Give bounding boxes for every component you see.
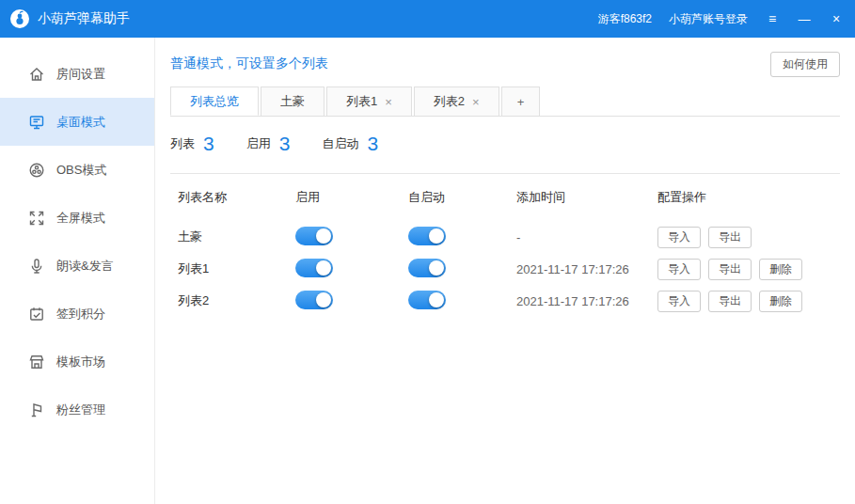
export-button[interactable]: 导出 — [708, 291, 752, 312]
app-title: 小葫芦弹幕助手 — [38, 10, 130, 27]
obs-icon — [28, 162, 45, 179]
tab-label: 列表1 — [346, 93, 377, 110]
close-icon[interactable]: × — [472, 95, 480, 109]
stat-enabled-count: 启用 3 — [246, 133, 291, 155]
table-row: 列表2 2021-11-17 17:17:26 导入 导出 删除 — [170, 285, 840, 317]
tab-label: 列表总览 — [190, 93, 239, 110]
app-body: 房间设置 桌面模式 OBS模式 全屏模式 — [0, 38, 855, 504]
list-name: 列表1 — [178, 260, 295, 277]
list-name: 土豪 — [178, 228, 295, 245]
table-header: 列表名称 启用 自启动 添加时间 配置操作 — [170, 174, 840, 221]
added-time: 2021-11-17 17:17:26 — [516, 262, 657, 276]
minimize-button[interactable]: — — [797, 13, 812, 25]
app-logo-icon — [9, 8, 30, 29]
delete-button[interactable]: 删除 — [759, 259, 802, 280]
sidebar-item-label: 房间设置 — [56, 66, 105, 83]
guest-user-label: 游客f863f2 — [598, 11, 652, 27]
stat-label: 启用 — [246, 135, 271, 152]
checkin-calendar-icon — [28, 306, 45, 323]
autostart-toggle[interactable] — [408, 227, 446, 245]
tab-bar: 列表总览 土豪 列表1 × 列表2 × + — [170, 87, 840, 117]
microphone-icon — [28, 258, 45, 275]
main-content: 普通模式，可设置多个列表 如何使用 列表总览 土豪 列表1 × 列表2 × — [155, 38, 855, 504]
close-button[interactable]: × — [829, 12, 844, 25]
autostart-toggle[interactable] — [408, 291, 446, 309]
list-name: 列表2 — [178, 292, 295, 309]
enabled-toggle[interactable] — [295, 291, 333, 309]
sidebar-item-obs-mode[interactable]: OBS模式 — [0, 146, 154, 194]
titlebar-left: 小葫芦弹幕助手 — [9, 8, 130, 29]
delete-button[interactable]: 删除 — [759, 291, 802, 312]
login-link[interactable]: 小葫芦账号登录 — [669, 11, 748, 27]
main-header: 普通模式，可设置多个列表 如何使用 — [170, 53, 840, 75]
tab-list1[interactable]: 列表1 × — [326, 87, 412, 116]
page-title: 普通模式，可设置多个列表 — [170, 55, 328, 72]
add-tab-button[interactable]: + — [501, 87, 541, 116]
column-header: 添加时间 — [516, 189, 657, 206]
sidebar-item-label: 模板市场 — [56, 354, 105, 370]
sidebar-item-label: 全屏模式 — [56, 210, 105, 227]
import-button[interactable]: 导入 — [657, 227, 701, 248]
fans-icon — [28, 402, 45, 418]
import-button[interactable]: 导入 — [657, 291, 701, 312]
tab-label: 列表2 — [434, 93, 465, 110]
tab-list2[interactable]: 列表2 × — [414, 87, 499, 116]
table-row: 土豪 - 导入 导出 — [170, 221, 840, 253]
sidebar-item-room-settings[interactable]: 房间设置 — [0, 50, 154, 98]
sidebar-item-fullscreen-mode[interactable]: 全屏模式 — [0, 194, 154, 242]
enabled-toggle[interactable] — [295, 227, 333, 245]
sidebar: 房间设置 桌面模式 OBS模式 全屏模式 — [0, 38, 155, 504]
home-icon — [28, 66, 45, 83]
stat-value: 3 — [203, 133, 214, 155]
titlebar-right: 游客f863f2 小葫芦账号登录 ≡ — × — [598, 11, 844, 27]
autostart-toggle[interactable] — [408, 259, 446, 277]
sidebar-item-template-market[interactable]: 模板市场 — [0, 338, 154, 386]
stats-row: 列表 3 启用 3 自启动 3 — [170, 130, 840, 158]
tab-label: 土豪 — [280, 93, 305, 110]
sidebar-item-label: OBS模式 — [56, 162, 106, 179]
sidebar-item-label: 签到积分 — [56, 306, 105, 323]
enabled-toggle[interactable] — [295, 259, 333, 277]
column-header: 启用 — [295, 189, 408, 206]
sidebar-item-desktop-mode[interactable]: 桌面模式 — [0, 98, 154, 146]
tab-tuhao[interactable]: 土豪 — [261, 87, 325, 116]
sidebar-item-label: 桌面模式 — [56, 114, 105, 131]
export-button[interactable]: 导出 — [708, 227, 752, 248]
sidebar-item-label: 朗读&发言 — [56, 258, 114, 275]
close-icon[interactable]: × — [385, 95, 392, 109]
sidebar-item-label: 粉丝管理 — [56, 402, 105, 418]
stat-value: 3 — [279, 133, 291, 155]
market-icon — [28, 354, 45, 370]
menu-icon[interactable]: ≡ — [765, 12, 780, 25]
fullscreen-icon — [28, 210, 45, 227]
desktop-icon — [28, 114, 45, 131]
tab-list-overview[interactable]: 列表总览 — [170, 87, 259, 116]
column-header: 自启动 — [408, 189, 516, 206]
stat-autostart-count: 自启动 3 — [322, 133, 378, 155]
stat-value: 3 — [367, 133, 378, 155]
added-time: 2021-11-17 17:17:26 — [516, 294, 657, 308]
stat-label: 列表 — [170, 135, 195, 152]
sidebar-item-read-speak[interactable]: 朗读&发言 — [0, 242, 154, 290]
column-header: 列表名称 — [178, 189, 295, 206]
import-button[interactable]: 导入 — [657, 259, 701, 280]
added-time: - — [516, 230, 657, 244]
sidebar-item-checkin-points[interactable]: 签到积分 — [0, 290, 154, 338]
table-row: 列表1 2021-11-17 17:17:26 导入 导出 删除 — [170, 253, 840, 285]
stat-label: 自启动 — [322, 135, 358, 152]
column-header: 配置操作 — [657, 189, 840, 206]
stat-list-count: 列表 3 — [170, 133, 214, 155]
titlebar: 小葫芦弹幕助手 游客f863f2 小葫芦账号登录 ≡ — × — [0, 0, 855, 38]
app-window: 小葫芦弹幕助手 游客f863f2 小葫芦账号登录 ≡ — × 房间设置 桌面模式 — [0, 0, 855, 504]
plus-icon: + — [517, 95, 525, 109]
sidebar-item-fans-management[interactable]: 粉丝管理 — [0, 386, 154, 433]
export-button[interactable]: 导出 — [708, 259, 752, 280]
how-to-use-button[interactable]: 如何使用 — [770, 52, 840, 77]
